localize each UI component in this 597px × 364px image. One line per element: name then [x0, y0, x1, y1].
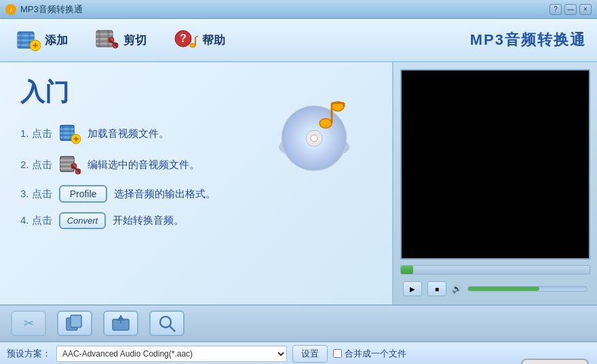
app-title: MP3音频转换通: [470, 30, 586, 50]
svg-rect-29: [69, 125, 71, 140]
video-panel: ▶ ■ 🔊: [393, 62, 597, 304]
step-2-icon: [59, 154, 81, 176]
help-label: 帮助: [202, 33, 225, 48]
svg-point-21: [190, 43, 195, 47]
close-btn[interactable]: ×: [579, 4, 592, 15]
preset-label: 预设方案：: [7, 348, 51, 360]
add-label: 添加: [45, 33, 68, 48]
step-4: 4. 点击 Convert 开始转换音频。: [20, 212, 372, 229]
svg-rect-8: [35, 43, 36, 48]
convert-button-small[interactable]: Convert: [59, 212, 107, 229]
toolbar: 添加 剪切 ?: [0, 19, 597, 62]
svg-rect-34: [60, 159, 74, 161]
volume-icon: 🔊: [452, 284, 462, 294]
add-icon: [16, 28, 41, 52]
step-3: 3. 点击 Profile 选择音频的输出格式。: [20, 185, 372, 203]
cut-button[interactable]: 剪切: [90, 24, 152, 56]
search-button[interactable]: [149, 310, 185, 336]
merge-label: 合并成一个文件: [333, 348, 406, 360]
volume-fill: [468, 287, 539, 291]
preset-select[interactable]: AAC-Advanced Audio Coding(*.aac): [56, 346, 287, 362]
svg-rect-13: [98, 31, 100, 47]
svg-text:?: ?: [180, 33, 187, 44]
svg-rect-32: [75, 136, 77, 142]
svg-line-56: [170, 326, 175, 331]
merge-checkbox[interactable]: [333, 349, 342, 358]
step-1-icon: [59, 123, 81, 144]
step-3-text: 选择音频的输出格式。: [114, 188, 372, 201]
play-button[interactable]: ▶: [403, 281, 422, 296]
cut-icon: [95, 26, 119, 54]
step-2-num: 2. 点击: [20, 159, 52, 171]
help-icon: ?: [174, 26, 198, 54]
step-3-num: 3. 点击: [20, 188, 52, 201]
profile-button[interactable]: Profile: [59, 185, 108, 203]
progress-bar[interactable]: [400, 265, 590, 275]
cd-decoration: [277, 96, 351, 171]
settings-button[interactable]: 设置: [292, 345, 328, 363]
stop-button[interactable]: ■: [427, 281, 446, 296]
title-bar: ♪ MP3音频转换通 ? — ×: [0, 0, 597, 19]
main-area: 入门 1. 点击 加载音视频文件。 2. 点击: [0, 62, 597, 304]
app-icon: ♪: [5, 4, 16, 15]
svg-rect-28: [62, 125, 64, 140]
svg-rect-51: [71, 315, 81, 327]
minimize-btn[interactable]: —: [564, 4, 577, 15]
settings-row: 预设方案： AAC-Advanced Audio Coding(*.aac) 设…: [0, 342, 597, 364]
help-button[interactable]: ? 帮助: [168, 24, 231, 56]
convert-big-button[interactable]: 转换: [521, 359, 589, 364]
step-1-num: 1. 点击: [20, 127, 52, 140]
svg-point-55: [160, 317, 171, 327]
playback-controls: ▶ ■ 🔊: [400, 280, 590, 298]
intro-panel: 入门 1. 点击 加载音视频文件。 2. 点击: [0, 62, 393, 304]
copy-button[interactable]: [57, 310, 92, 336]
step-4-num: 4. 点击: [20, 214, 52, 227]
step-4-text: 开始转换音频。: [113, 214, 372, 227]
export-button[interactable]: [103, 310, 138, 336]
cut-label: 剪切: [123, 33, 147, 48]
volume-slider[interactable]: [467, 286, 588, 291]
add-button[interactable]: 添加: [11, 25, 73, 55]
title-bar-text: MP3音频转换通: [20, 3, 550, 16]
svg-rect-4: [20, 32, 22, 48]
toolbox-bar: ✂: [0, 304, 597, 342]
help-btn[interactable]: ?: [550, 4, 562, 15]
svg-point-44: [311, 135, 317, 142]
window-controls: ? — ×: [550, 4, 592, 15]
video-screen: [400, 69, 590, 260]
bottom-area: 预设方案： AAC-Advanced Audio Coding(*.aac) 设…: [0, 342, 597, 364]
svg-line-23: [195, 36, 198, 37]
scissors-button[interactable]: ✂: [11, 310, 46, 336]
svg-point-45: [320, 119, 332, 128]
progress-fill: [401, 266, 413, 274]
